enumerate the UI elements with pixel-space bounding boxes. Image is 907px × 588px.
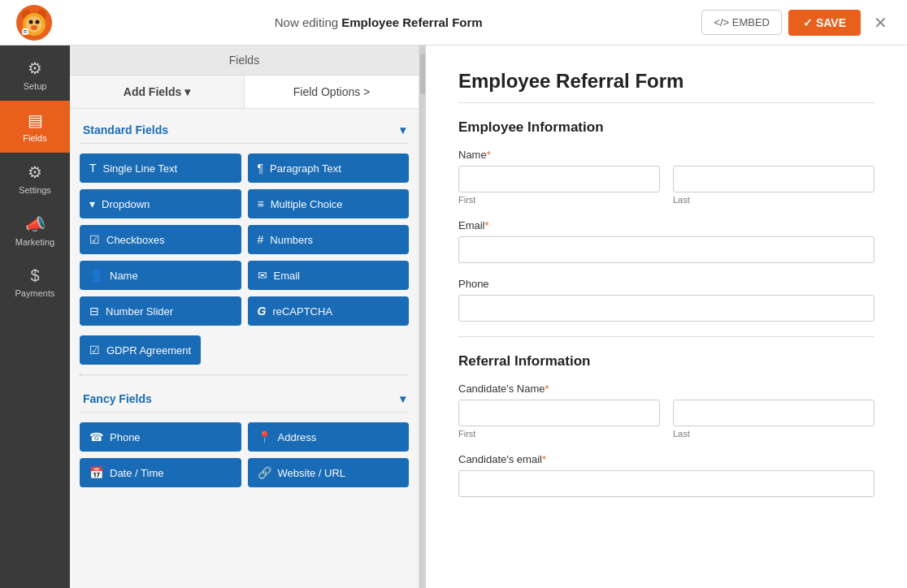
employee-info-section-title: Employee Information	[458, 119, 874, 136]
fields-panel-tabs: Add Fields ▾ Field Options >	[70, 76, 419, 109]
checkboxes-icon: ☑	[89, 233, 100, 246]
sidebar-item-marketing[interactable]: 📣 Marketing	[0, 205, 70, 257]
svg-rect-9	[24, 30, 27, 31]
editing-label: Now editing	[275, 15, 342, 29]
field-btn-date-time[interactable]: 📅 Date / Time	[80, 458, 241, 487]
top-bar-right: </> EMBED ✓ SAVE ✕	[701, 10, 894, 36]
field-btn-dropdown[interactable]: ▾ Dropdown	[80, 189, 241, 218]
employee-name-last-sublabel: Last	[673, 195, 874, 205]
employee-name-first-col: First	[458, 166, 660, 205]
top-bar-left	[13, 2, 55, 44]
numbers-icon: #	[258, 233, 264, 246]
panel-scrollbar	[419, 45, 426, 588]
candidate-name-last-sublabel: Last	[673, 429, 874, 439]
embed-button[interactable]: </> EMBED	[701, 10, 782, 35]
field-btn-numbers-label: Numbers	[270, 234, 313, 246]
payments-icon: $	[30, 266, 39, 285]
fancy-fields-collapse-icon[interactable]: ▾	[400, 392, 406, 405]
candidate-name-last-col: Last	[673, 400, 874, 439]
employee-phone-label: Phone	[458, 278, 874, 290]
field-btn-date-time-label: Date / Time	[110, 467, 163, 479]
form-name-label: Employee Referral Form	[341, 15, 482, 29]
field-btn-numbers[interactable]: # Numbers	[248, 225, 410, 254]
field-btn-multiple-choice-label: Multiple Choice	[271, 198, 343, 210]
phone-icon: ☎	[89, 430, 103, 443]
website-url-icon: 🔗	[258, 466, 271, 479]
logo-icon	[15, 4, 53, 41]
svg-rect-10	[24, 32, 27, 32]
field-btn-paragraph-text[interactable]: ¶ Paragraph Text	[248, 153, 410, 183]
fancy-fields-grid: ☎ Phone 📍 Address 📅 Date / Time 🔗 Websit…	[80, 422, 409, 487]
paragraph-text-icon: ¶	[258, 162, 264, 175]
employee-name-last-input[interactable]	[673, 166, 874, 192]
employee-name-label: Name*	[458, 149, 874, 161]
employee-name-first-sublabel: First	[458, 195, 660, 205]
employee-info-section: Employee Information Name* First Last	[458, 119, 874, 322]
field-btn-address[interactable]: 📍 Address	[248, 422, 410, 452]
icon-sidebar: ⚙ Setup ▤ Fields ⚙ Settings 📣 Marketing …	[0, 45, 70, 588]
employee-phone-field: Phone	[458, 278, 874, 322]
save-button[interactable]: ✓ SAVE	[788, 10, 861, 36]
field-btn-checkboxes[interactable]: ☑ Checkboxes	[80, 225, 241, 254]
form-divider-middle	[458, 336, 874, 337]
candidate-name-input-row: First Last	[458, 400, 874, 439]
referral-info-section-title: Referral Information	[458, 353, 874, 370]
candidate-name-first-col: First	[458, 400, 660, 439]
candidate-email-input[interactable]	[458, 470, 874, 497]
candidate-name-required: *	[545, 383, 549, 395]
field-btn-multiple-choice[interactable]: ≡ Multiple Choice	[248, 189, 410, 218]
email-icon: ✉	[258, 269, 267, 282]
top-bar-center: Now editing Employee Referral Form	[55, 15, 701, 29]
field-btn-single-line-text-label: Single Line Text	[103, 162, 178, 175]
tab-add-fields[interactable]: Add Fields ▾	[70, 76, 245, 108]
single-line-text-icon: T	[89, 162, 97, 175]
field-btn-name[interactable]: 👤 Name	[80, 261, 241, 290]
form-preview: Employee Referral Form Employee Informat…	[426, 45, 907, 588]
field-btn-gdpr[interactable]: ☑ GDPR Agreement	[80, 335, 201, 365]
sidebar-item-settings[interactable]: ⚙ Settings	[0, 153, 70, 205]
candidate-name-last-input[interactable]	[673, 400, 874, 426]
employee-email-input[interactable]	[458, 236, 874, 263]
sidebar-item-fields[interactable]: ▤ Fields	[0, 101, 70, 153]
candidate-name-first-input[interactable]	[458, 400, 660, 426]
field-btn-number-slider[interactable]: ⊟ Number Slider	[80, 296, 241, 326]
field-btn-recaptcha-label: reCAPTCHA	[272, 305, 332, 318]
svg-point-6	[36, 19, 40, 24]
field-btn-email-label: Email	[274, 270, 301, 282]
sidebar-item-setup[interactable]: ⚙ Setup	[0, 49, 70, 101]
sidebar-item-settings-label: Settings	[19, 185, 51, 195]
field-btn-website-url[interactable]: 🔗 Website / URL	[248, 458, 410, 487]
sidebar-item-setup-label: Setup	[24, 81, 47, 91]
field-btn-phone-label: Phone	[110, 431, 141, 443]
employee-email-label: Email*	[458, 219, 874, 231]
candidate-name-label: Candidate's Name*	[458, 383, 874, 395]
tab-field-options[interactable]: Field Options >	[245, 76, 419, 108]
candidate-name-field: Candidate's Name* First Last	[458, 383, 874, 439]
fancy-fields-label: Fancy Fields	[83, 392, 152, 405]
field-btn-name-label: Name	[110, 270, 138, 282]
address-icon: 📍	[258, 430, 271, 443]
fields-header-label: Fields	[229, 54, 259, 67]
date-time-icon: 📅	[89, 466, 103, 479]
sidebar-item-payments[interactable]: $ Payments	[0, 257, 70, 308]
employee-phone-input[interactable]	[458, 295, 874, 322]
standard-fields-collapse-icon[interactable]: ▾	[400, 123, 406, 136]
referral-info-section: Referral Information Candidate's Name* F…	[458, 353, 874, 497]
panel-scrollbar-thumb	[420, 54, 425, 94]
candidate-name-first-sublabel: First	[458, 429, 660, 439]
employee-name-field: Name* First Last	[458, 149, 874, 205]
field-btn-number-slider-label: Number Slider	[106, 305, 173, 318]
candidate-email-field: Candidate's email*	[458, 453, 874, 497]
fields-panel: Fields Add Fields ▾ Field Options > Stan…	[70, 45, 419, 588]
employee-name-first-input[interactable]	[458, 166, 660, 192]
fields-scroll[interactable]: Standard Fields ▾ T Single Line Text ¶ P…	[70, 109, 419, 588]
name-icon: 👤	[89, 269, 103, 282]
field-btn-gdpr-label: GDPR Agreement	[106, 344, 191, 357]
field-btn-single-line-text[interactable]: T Single Line Text	[80, 153, 241, 183]
close-button[interactable]: ✕	[867, 10, 894, 36]
fields-header-tab: Fields	[70, 45, 419, 76]
field-btn-phone[interactable]: ☎ Phone	[80, 422, 241, 452]
standard-fields-grid: T Single Line Text ¶ Paragraph Text ▾ Dr…	[80, 153, 409, 326]
field-btn-recaptcha[interactable]: G reCAPTCHA	[248, 296, 410, 326]
field-btn-email[interactable]: ✉ Email	[248, 261, 410, 290]
